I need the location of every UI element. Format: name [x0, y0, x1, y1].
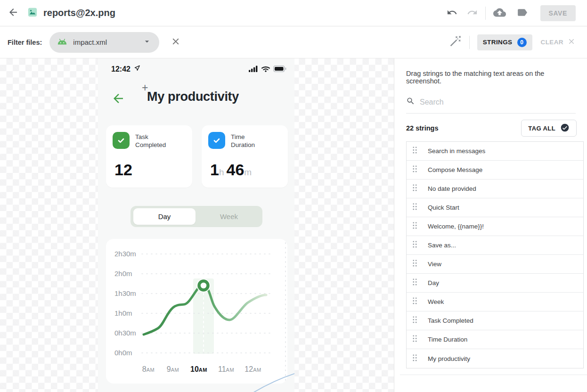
divider [469, 36, 470, 49]
string-list: Search in messages Compose Message No da… [406, 141, 584, 368]
selected-point-marker [197, 279, 211, 293]
image-file-icon [27, 7, 38, 19]
string-list-item[interactable]: Compose Message [407, 161, 583, 180]
string-list-item[interactable]: Task Completed [407, 311, 583, 330]
file-filter-dropdown[interactable]: impact.xml [49, 32, 159, 53]
phone-screen-title[interactable]: My productivity [147, 90, 239, 104]
string-list-item[interactable]: Welcome, {{name}}! [407, 217, 583, 236]
time-duration-value: 1h46m [210, 161, 252, 179]
y-axis-label: 1h30m [114, 290, 139, 297]
location-arrow-icon [130, 65, 141, 74]
close-icon [171, 36, 181, 48]
string-list-item[interactable]: Quick Start [407, 198, 583, 217]
string-list-item[interactable]: My productivity [407, 349, 583, 368]
tag-button[interactable] [516, 7, 528, 20]
cloud-upload-icon [493, 7, 506, 19]
upload-button[interactable] [493, 7, 506, 19]
close-icon [563, 37, 576, 47]
drag-handle-icon[interactable] [412, 259, 417, 269]
string-list-item[interactable]: No date provided [407, 180, 583, 198]
page-title: reports@2x.png [43, 8, 115, 18]
android-icon [57, 38, 67, 47]
toggle-week-segment[interactable]: Week [196, 206, 262, 227]
card-label[interactable]: Time Duration [231, 133, 255, 149]
status-bar-time: 12:42 [111, 65, 141, 74]
strings-panel: Drag strings to the matching text areas … [394, 58, 587, 392]
undo-icon [447, 7, 457, 19]
day-week-toggle: Day Week [130, 206, 262, 227]
app-screenshot[interactable]: 12:42 [98, 58, 294, 392]
drag-handle-icon[interactable] [412, 354, 417, 364]
check-icon [208, 132, 225, 149]
save-button[interactable]: SAVE [540, 5, 576, 21]
chevron-down-icon [142, 37, 152, 48]
drag-handle-icon[interactable] [412, 203, 417, 212]
tag-all-button[interactable]: TAG ALL [521, 120, 577, 137]
next-chart-preview-line [98, 364, 294, 392]
signal-icon [249, 65, 258, 74]
string-list-item[interactable]: Search in messages [407, 142, 583, 161]
magic-wand-icon [448, 35, 462, 49]
screenshot-canvas: 12:42 [0, 58, 394, 392]
drag-handle-icon[interactable] [412, 316, 417, 326]
divider [400, 375, 587, 375]
time-duration-card[interactable]: Time Duration 1h46m [202, 125, 288, 188]
check-circle-icon [555, 123, 570, 134]
search-field [406, 97, 576, 114]
check-icon [113, 132, 130, 149]
selected-file-name: impact.xml [73, 38, 107, 46]
search-input[interactable] [420, 98, 576, 106]
filter-files-label: Filter files: [8, 39, 42, 46]
y-axis-label: 0h0m [114, 349, 139, 357]
drag-handle-icon[interactable] [412, 221, 417, 231]
card-label[interactable]: Task Completed [135, 133, 166, 149]
string-list-item[interactable]: Day [407, 274, 583, 293]
redo-icon [467, 7, 478, 19]
drag-handle-icon[interactable] [412, 165, 417, 175]
y-axis-label: 0h30m [114, 329, 139, 337]
y-axis-label: 2h30m [114, 250, 139, 258]
task-completed-card[interactable]: Task Completed 12 [106, 125, 192, 188]
string-list-item[interactable]: Week [407, 293, 583, 311]
clear-tags-button[interactable]: CLEAR [541, 37, 576, 47]
strings-count-badge: 0 [517, 38, 527, 47]
tag-icon [516, 7, 528, 20]
phone-back-arrow-icon [111, 91, 125, 107]
undo-button[interactable] [447, 7, 457, 19]
drag-handle-icon[interactable] [412, 297, 417, 307]
drag-handle-icon[interactable] [412, 240, 417, 250]
strings-count-label: 22 strings [406, 124, 439, 132]
wifi-icon [261, 65, 270, 74]
status-bar-icons [249, 65, 286, 74]
back-button[interactable] [8, 7, 19, 19]
string-list-item[interactable]: Save as... [407, 236, 583, 255]
drag-handle-icon[interactable] [412, 184, 417, 194]
search-icon [406, 97, 415, 107]
productivity-chart-card[interactable]: 2h30m 2h0m 1h30m 1h0m 0h30m 0h0m 8AM 9AM… [106, 239, 287, 384]
filterbar: Filter files: impact.xml [0, 26, 587, 58]
strings-toggle-button[interactable]: STRINGS 0 [477, 34, 532, 50]
back-arrow-icon [8, 7, 19, 19]
drag-handle-icon[interactable] [412, 146, 417, 156]
string-list-item[interactable]: Time Duration [407, 330, 583, 349]
redo-button[interactable] [467, 7, 478, 19]
drag-handle-icon[interactable] [412, 335, 417, 344]
clear-file-filter-button[interactable] [171, 36, 181, 48]
task-completed-value: 12 [114, 161, 132, 179]
y-axis-label: 1h0m [114, 310, 139, 317]
drag-handle-icon[interactable] [412, 278, 417, 288]
battery-icon [273, 65, 286, 74]
auto-tag-wand-button[interactable] [448, 35, 462, 49]
string-list-item[interactable]: View [407, 255, 583, 274]
topbar: reports@2x.png SAVE [0, 0, 587, 26]
divider [485, 7, 486, 20]
panel-instruction: Drag strings to the matching text areas … [406, 70, 576, 85]
y-axis-label: 2h0m [114, 270, 139, 278]
toggle-day-segment[interactable]: Day [133, 208, 196, 225]
